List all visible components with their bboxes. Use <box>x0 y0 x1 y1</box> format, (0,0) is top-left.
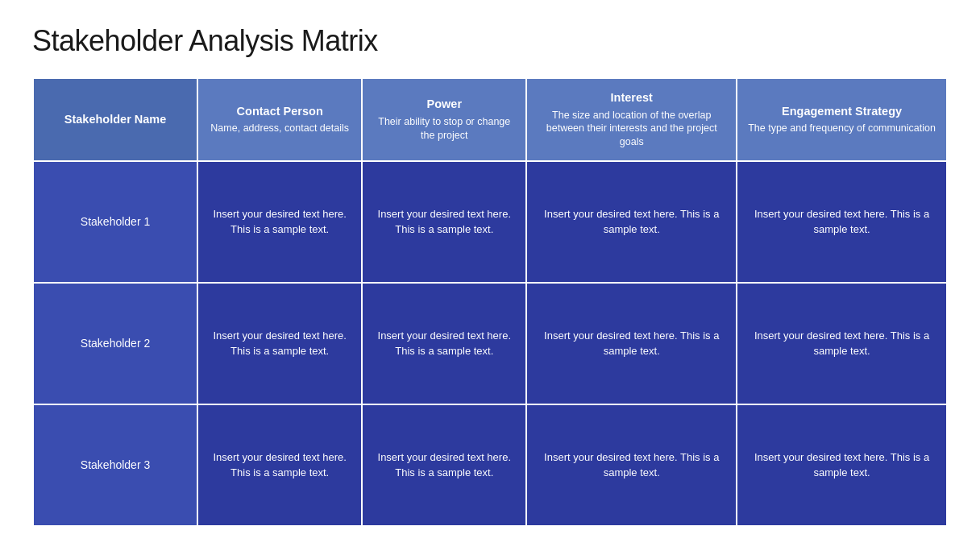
cell-row1-col3: Insert your desired text here. This is a… <box>362 161 526 283</box>
cell-row3-col2: Insert your desired text here. This is a… <box>197 404 362 526</box>
cell-row2-col3: Insert your desired text here. This is a… <box>362 283 526 404</box>
header-title-interest: Interest <box>537 90 726 106</box>
header-subtitle-contact: Name, address, contact details <box>208 122 351 135</box>
cell-row3-col4: Insert your desired text here. This is a… <box>526 404 737 526</box>
header-title-stakeholder: Stakeholder Name <box>44 112 187 128</box>
cell-row1-col5: Insert your desired text here. This is a… <box>737 161 947 283</box>
header-cell-engagement: Engagement Strategy The type and frequen… <box>737 78 947 161</box>
cell-row1-col4: Insert your desired text here. This is a… <box>526 161 737 283</box>
cell-row3-col3: Insert your desired text here. This is a… <box>362 404 526 526</box>
header-subtitle-power: Their ability to stop or change the proj… <box>372 115 516 143</box>
header-row: Stakeholder Name Contact Person Name, ad… <box>33 78 947 161</box>
cell-stakeholder-3: Stakeholder 3 <box>33 404 197 526</box>
cell-row1-col2: Insert your desired text here. This is a… <box>197 161 362 283</box>
header-subtitle-engagement: The type and frequency of communication <box>747 122 936 135</box>
header-cell-contact: Contact Person Name, address, contact de… <box>197 78 362 161</box>
header-cell-power: Power Their ability to stop or change th… <box>362 78 526 161</box>
header-cell-stakeholder: Stakeholder Name <box>33 78 197 161</box>
data-row-2: Stakeholder 2Insert your desired text he… <box>33 283 947 404</box>
page-title: Stakeholder Analysis Matrix <box>32 24 948 58</box>
header-subtitle-interest: The size and location of the overlap bet… <box>537 109 726 150</box>
page-container: Stakeholder Analysis Matrix Stakeholder … <box>0 0 980 551</box>
data-row-1: Stakeholder 1Insert your desired text he… <box>33 161 947 283</box>
cell-row2-col5: Insert your desired text here. This is a… <box>737 283 947 404</box>
header-cell-interest: Interest The size and location of the ov… <box>526 78 737 161</box>
header-title-engagement: Engagement Strategy <box>747 104 936 120</box>
header-title-power: Power <box>372 97 516 113</box>
matrix-table: Stakeholder Name Contact Person Name, ad… <box>32 77 948 527</box>
cell-row3-col5: Insert your desired text here. This is a… <box>737 404 947 526</box>
header-title-contact: Contact Person <box>208 104 351 120</box>
data-row-3: Stakeholder 3Insert your desired text he… <box>33 404 947 526</box>
cell-stakeholder-2: Stakeholder 2 <box>33 283 197 404</box>
cell-stakeholder-1: Stakeholder 1 <box>33 161 197 283</box>
cell-row2-col2: Insert your desired text here. This is a… <box>197 283 362 404</box>
cell-row2-col4: Insert your desired text here. This is a… <box>526 283 737 404</box>
